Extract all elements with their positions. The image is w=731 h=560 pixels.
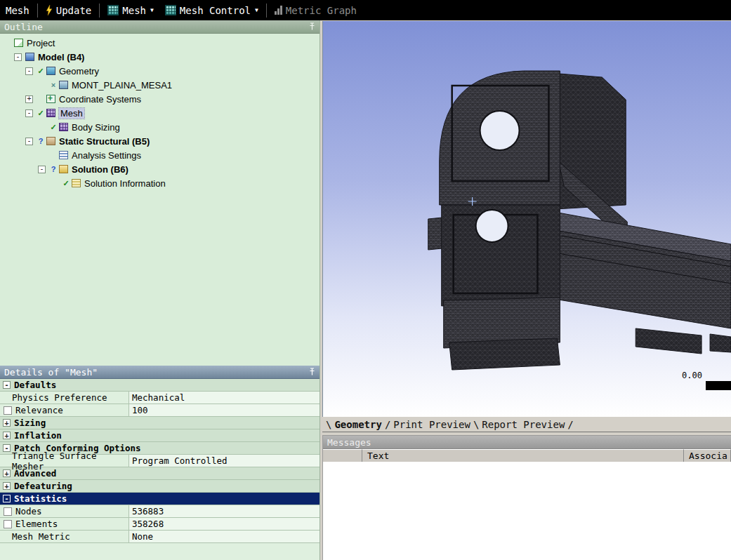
messages-column-text[interactable]: Text [362, 449, 684, 462]
question-icon [49, 165, 58, 173]
details-section-advanced[interactable]: Advanced [0, 467, 320, 480]
mesh-grid-icon [107, 5, 119, 15]
relevance-value[interactable]: 100 [129, 404, 320, 416]
details-row-elements: Elements 358268 [0, 518, 320, 531]
tab-divider: \ [473, 419, 480, 430]
scale-ruler-bar [706, 381, 731, 390]
tab-geometry[interactable]: Geometry [332, 419, 383, 430]
messages-column-association[interactable]: Associa [684, 449, 731, 462]
solution-icon [59, 165, 68, 173]
tree-item-part[interactable]: MONT_PLAINA_MESA1 [0, 78, 320, 92]
left-dock: Outline Project Model (B4) Geometry [0, 20, 320, 560]
expand-icon[interactable] [25, 95, 33, 103]
tab-divider: \ [325, 419, 332, 430]
messages-column-headers: Text Associa [323, 449, 731, 462]
details-section-sizing[interactable]: Sizing [0, 417, 320, 429]
collapse-icon[interactable] [3, 381, 11, 389]
details-section-defeaturing[interactable]: Defeaturing [0, 480, 320, 493]
collapse-icon[interactable] [25, 138, 33, 145]
mesh-grid-icon [165, 5, 176, 15]
check-icon [37, 109, 45, 118]
details-row-relevance: Relevance 100 [0, 404, 320, 417]
lightning-icon [46, 5, 53, 15]
details-section-statistics[interactable]: Statistics [0, 493, 320, 505]
toolbar-group-label: Mesh [0, 1, 35, 19]
physics-preference-value[interactable]: Mechanical [129, 392, 320, 404]
scale-ruler-label: 0.00 [682, 371, 702, 380]
details-row-triangle-surface-mesher: Triangle Surface Mesher Program Controll… [0, 455, 320, 467]
meshed-model-canvas [323, 21, 731, 417]
checkbox[interactable] [4, 520, 12, 528]
toolbar-separator [37, 4, 38, 18]
collapse-icon[interactable] [3, 444, 11, 452]
expand-icon[interactable] [3, 419, 11, 427]
bar-chart-icon [275, 6, 282, 15]
hole-bottom [476, 210, 508, 242]
details-section-defaults[interactable]: Defaults [0, 379, 320, 392]
messages-column-icon[interactable] [323, 449, 362, 462]
messages-panel-title: Messages [323, 436, 731, 449]
details-row-physics-preference: Physics Preference Mechanical [0, 392, 320, 404]
triangle-surface-mesher-value[interactable]: Program Controlled [129, 455, 320, 467]
toolbar-separator [266, 4, 267, 18]
details-section-inflation[interactable]: Inflation [0, 429, 320, 442]
view-tabs: \ Geometry / Print Preview \ Report Prev… [322, 418, 731, 432]
tree-item-model[interactable]: Model (B4) [0, 50, 320, 64]
model-icon [25, 53, 34, 61]
tab-divider: / [567, 419, 574, 430]
analysis-settings-icon [59, 151, 68, 159]
details-table: Defaults Physics Preference Mechanical R… [0, 379, 320, 560]
project-icon [14, 39, 23, 47]
collapse-icon[interactable] [3, 495, 11, 502]
tree-item-geometry[interactable]: Geometry [0, 64, 320, 78]
tree-item-analysis-settings[interactable]: Analysis Settings [0, 148, 320, 162]
update-button[interactable]: Update [40, 1, 98, 19]
outline-panel-title: Outline [0, 20, 320, 34]
tree-item-body-sizing[interactable]: Body Sizing [0, 120, 320, 134]
chevron-down-icon: ▼ [150, 7, 154, 13]
expand-icon[interactable] [3, 432, 11, 439]
checkbox[interactable] [4, 507, 12, 516]
tree-item-mesh[interactable]: Mesh [0, 106, 320, 120]
collapse-icon[interactable] [14, 53, 22, 61]
part-icon [59, 81, 68, 89]
chevron-down-icon: ▼ [255, 7, 258, 13]
mesh-icon [46, 109, 55, 117]
collapse-icon[interactable] [38, 166, 46, 173]
details-row-mesh-metric: Mesh Metric None [0, 531, 320, 543]
mesh-metric-value[interactable]: None [129, 531, 320, 542]
collapse-icon[interactable] [25, 109, 33, 117]
elements-value: 358268 [129, 518, 320, 530]
details-panel-title: Details of "Mesh" [0, 366, 320, 379]
tree-item-static-structural[interactable]: Static Structural (B5) [0, 134, 320, 148]
check-icon [62, 179, 70, 188]
pin-icon[interactable] [308, 368, 316, 376]
expand-icon[interactable] [3, 469, 11, 477]
model-viewport[interactable]: 0.00 [322, 21, 731, 417]
tree-item-solution-information[interactable]: Solution Information [0, 176, 320, 190]
tree-item-project[interactable]: Project [0, 36, 320, 50]
mesh-control-dropdown-button[interactable]: Mesh Control ▼ [159, 1, 264, 19]
check-icon [49, 123, 58, 132]
check-icon [37, 67, 45, 76]
hole-top [480, 111, 520, 150]
mesh-dropdown-button[interactable]: Mesh ▼ [102, 1, 159, 19]
tab-print-preview[interactable]: Print Preview [391, 419, 473, 430]
coordinate-systems-icon [46, 95, 55, 103]
checkbox[interactable] [4, 406, 12, 415]
nodes-value: 536883 [129, 505, 320, 517]
details-panel: Details of "Mesh" Defaults Physics Prefe… [0, 366, 320, 560]
mesh-toolbar: Mesh Update Mesh ▼ Mesh Control ▼ Metric… [0, 0, 731, 20]
collapse-icon[interactable] [25, 67, 33, 75]
static-structural-icon [46, 137, 55, 145]
tree-item-solution[interactable]: Solution (B6) [0, 162, 320, 176]
tab-report-preview[interactable]: Report Preview [480, 419, 567, 430]
tab-divider: / [384, 419, 391, 430]
expand-icon[interactable] [3, 482, 11, 490]
metric-graph-button[interactable]: Metric Graph [269, 1, 362, 19]
pin-icon[interactable] [308, 22, 316, 31]
tree-item-coordinate-systems[interactable]: Coordinate Systems [0, 92, 320, 106]
toolbar-separator [99, 4, 100, 18]
solution-information-icon [72, 179, 81, 187]
messages-list [323, 462, 731, 560]
